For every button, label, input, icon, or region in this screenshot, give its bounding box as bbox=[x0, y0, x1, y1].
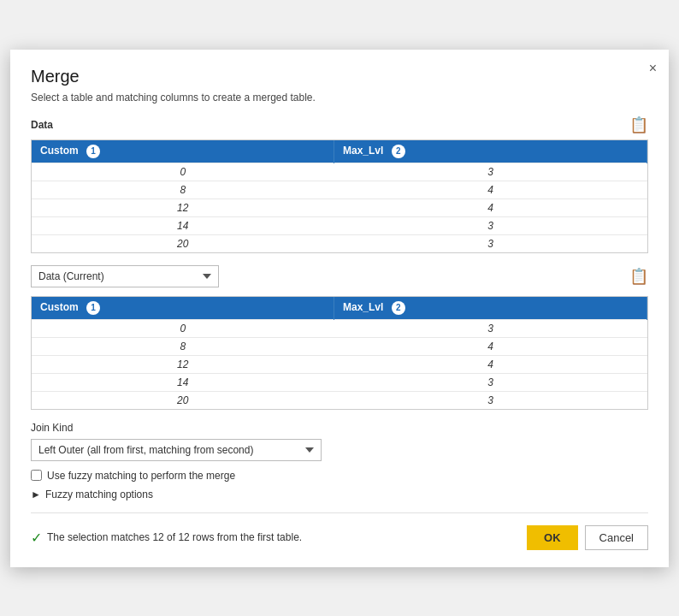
first-table-col-maxlvl[interactable]: Max_Lvl 2 bbox=[334, 140, 647, 163]
cell-maxlvl: 4 bbox=[334, 181, 647, 198]
fuzzy-options-row[interactable]: ► Fuzzy matching options bbox=[31, 489, 648, 500]
second-table-dropdown-row: Data (Current)Data 📋 bbox=[31, 265, 648, 287]
fuzzy-checkbox[interactable] bbox=[31, 470, 42, 481]
footer-row: ✓ The selection matches 12 of 12 rows fr… bbox=[31, 525, 648, 550]
second-col-maxlvl-label: Max_Lvl bbox=[343, 301, 383, 313]
cell-custom: 20 bbox=[32, 234, 334, 252]
fuzzy-options-label: Fuzzy matching options bbox=[45, 489, 153, 500]
cell-maxlvl: 3 bbox=[334, 391, 647, 409]
cell-maxlvl: 4 bbox=[334, 355, 647, 373]
match-info: ✓ The selection matches 12 of 12 rows fr… bbox=[31, 530, 302, 546]
fuzzy-checkbox-label: Use fuzzy matching to perform the merge bbox=[47, 470, 235, 482]
cell-maxlvl: 3 bbox=[334, 216, 647, 234]
col-custom-label: Custom bbox=[40, 145, 79, 157]
cell-maxlvl: 3 bbox=[334, 319, 647, 337]
join-kind-section: Join Kind Left Outer (all from first, ma… bbox=[31, 422, 648, 461]
cell-custom: 14 bbox=[32, 373, 334, 391]
second-table-icon[interactable]: 📋 bbox=[629, 267, 648, 286]
cell-custom: 14 bbox=[32, 216, 334, 234]
cell-custom: 12 bbox=[32, 198, 334, 216]
merge-dialog: × Merge Select a table and matching colu… bbox=[10, 50, 669, 567]
col-maxlvl-label: Max_Lvl bbox=[343, 145, 383, 157]
cell-custom: 8 bbox=[32, 181, 334, 198]
table-row: 203 bbox=[32, 391, 647, 409]
second-table-col-maxlvl[interactable]: Max_Lvl 2 bbox=[334, 297, 647, 320]
first-data-table: Custom 1 Max_Lvl 2 0384124143203 bbox=[32, 140, 647, 252]
col-maxlvl-num: 2 bbox=[392, 145, 405, 158]
second-table-select[interactable]: Data (Current)Data bbox=[31, 265, 219, 287]
data-section-label: Data 📋 bbox=[31, 116, 648, 134]
join-kind-label: Join Kind bbox=[31, 422, 648, 434]
cell-custom: 0 bbox=[32, 163, 334, 181]
second-table-container: Custom 1 Max_Lvl 2 0384124143203 bbox=[31, 296, 648, 410]
data-table-icon[interactable]: 📋 bbox=[629, 116, 648, 134]
cell-custom: 8 bbox=[32, 337, 334, 355]
cell-maxlvl: 3 bbox=[334, 163, 647, 181]
table-row: 143 bbox=[32, 373, 647, 391]
second-col-custom-num: 1 bbox=[86, 301, 100, 315]
second-data-table: Custom 1 Max_Lvl 2 0384124143203 bbox=[32, 297, 647, 409]
cancel-button[interactable]: Cancel bbox=[585, 525, 648, 550]
table-row: 03 bbox=[32, 163, 647, 181]
first-table-container: Custom 1 Max_Lvl 2 0384124143203 bbox=[31, 139, 648, 253]
cell-maxlvl: 4 bbox=[334, 337, 647, 355]
fuzzy-options-chevron: ► bbox=[31, 489, 41, 500]
footer-divider bbox=[31, 512, 648, 513]
first-table-col-custom[interactable]: Custom 1 bbox=[32, 140, 334, 163]
dialog-title: Merge bbox=[31, 67, 648, 86]
dialog-subtitle: Select a table and matching columns to c… bbox=[31, 92, 648, 104]
table-row: 124 bbox=[32, 198, 647, 216]
cell-maxlvl: 3 bbox=[334, 234, 647, 252]
table-row: 84 bbox=[32, 337, 647, 355]
table-row: 84 bbox=[32, 181, 647, 198]
cell-custom: 12 bbox=[32, 355, 334, 373]
second-col-maxlvl-num: 2 bbox=[392, 301, 405, 315]
cell-maxlvl: 4 bbox=[334, 198, 647, 216]
second-col-custom-label: Custom bbox=[40, 301, 79, 313]
second-table-col-custom[interactable]: Custom 1 bbox=[32, 297, 334, 320]
table-row: 124 bbox=[32, 355, 647, 373]
data-label: Data bbox=[31, 119, 53, 131]
fuzzy-checkbox-row: Use fuzzy matching to perform the merge bbox=[31, 470, 648, 482]
cell-maxlvl: 3 bbox=[334, 373, 647, 391]
check-icon: ✓ bbox=[31, 530, 42, 546]
cell-custom: 0 bbox=[32, 319, 334, 337]
join-kind-select[interactable]: Left Outer (all from first, matching fro… bbox=[31, 439, 322, 461]
ok-button[interactable]: OK bbox=[527, 525, 578, 550]
table-row: 143 bbox=[32, 216, 647, 234]
match-text: The selection matches 12 of 12 rows from… bbox=[47, 531, 302, 543]
col-custom-num: 1 bbox=[86, 145, 100, 158]
table-row: 03 bbox=[32, 319, 647, 337]
close-button[interactable]: × bbox=[649, 62, 657, 75]
cell-custom: 20 bbox=[32, 391, 334, 409]
table-row: 203 bbox=[32, 234, 647, 252]
button-row: OK Cancel bbox=[527, 525, 648, 550]
